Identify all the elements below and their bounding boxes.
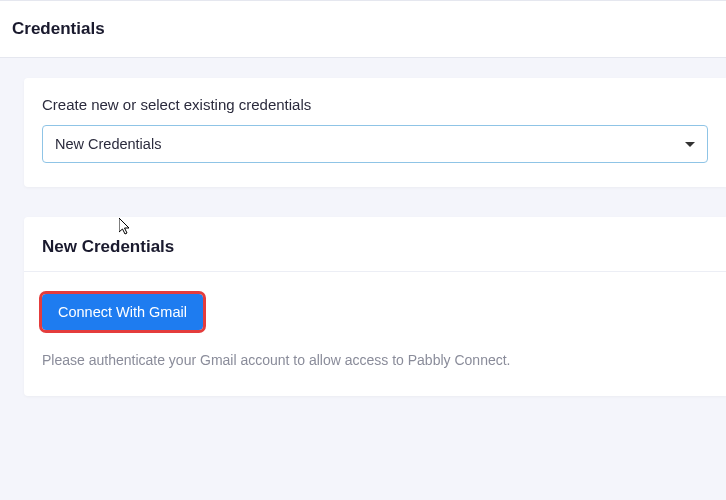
new-credentials-card: New Credentials Connect With Gmail Pleas… xyxy=(24,217,726,396)
chevron-down-icon xyxy=(685,142,695,147)
auth-help-text: Please authenticate your Gmail account t… xyxy=(42,352,708,368)
new-credentials-title: New Credentials xyxy=(42,237,708,257)
connect-with-gmail-button[interactable]: Connect With Gmail xyxy=(42,294,203,330)
credentials-select-value: New Credentials xyxy=(55,136,161,152)
page-title: Credentials xyxy=(12,19,714,39)
page-header: Credentials xyxy=(0,0,726,58)
credentials-select[interactable]: New Credentials xyxy=(42,125,708,163)
new-credentials-body: Connect With Gmail Please authenticate y… xyxy=(24,272,726,396)
new-credentials-header: New Credentials xyxy=(24,217,726,272)
select-credentials-card: Create new or select existing credential… xyxy=(24,78,726,187)
select-credentials-label: Create new or select existing credential… xyxy=(42,96,708,113)
